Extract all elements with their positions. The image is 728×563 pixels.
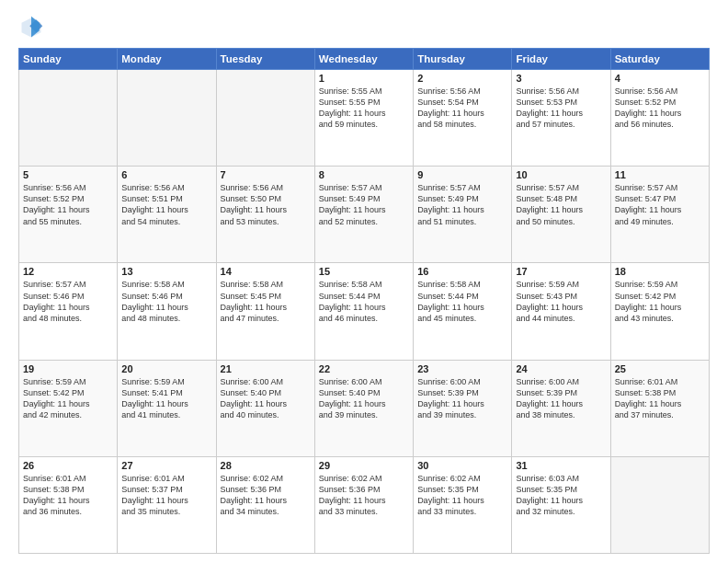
calendar-cell: 8Sunrise: 5:57 AM Sunset: 5:49 PM Daylig… bbox=[314, 167, 413, 263]
calendar-cell: 18Sunrise: 5:59 AM Sunset: 5:42 PM Dayli… bbox=[610, 263, 709, 360]
calendar-cell: 14Sunrise: 5:58 AM Sunset: 5:45 PM Dayli… bbox=[216, 263, 314, 360]
day-info: Sunrise: 5:59 AM Sunset: 5:41 PM Dayligh… bbox=[121, 376, 211, 421]
day-info: Sunrise: 6:00 AM Sunset: 5:40 PM Dayligh… bbox=[221, 376, 311, 421]
day-number: 23 bbox=[417, 363, 507, 374]
calendar-cell: 27Sunrise: 6:01 AM Sunset: 5:37 PM Dayli… bbox=[118, 456, 216, 553]
weekday-header-monday: Monday bbox=[118, 49, 216, 70]
calendar-cell: 21Sunrise: 6:00 AM Sunset: 5:40 PM Dayli… bbox=[216, 360, 314, 456]
calendar-cell: 31Sunrise: 6:03 AM Sunset: 5:35 PM Dayli… bbox=[512, 456, 610, 553]
day-info: Sunrise: 5:56 AM Sunset: 5:50 PM Dayligh… bbox=[221, 182, 311, 227]
calendar-cell: 12Sunrise: 5:57 AM Sunset: 5:46 PM Dayli… bbox=[19, 263, 118, 360]
day-info: Sunrise: 6:00 AM Sunset: 5:40 PM Dayligh… bbox=[319, 376, 409, 421]
calendar-cell: 20Sunrise: 5:59 AM Sunset: 5:41 PM Dayli… bbox=[118, 360, 216, 456]
day-number: 15 bbox=[319, 266, 409, 277]
week-row-4: 19Sunrise: 5:59 AM Sunset: 5:42 PM Dayli… bbox=[19, 360, 710, 456]
day-info: Sunrise: 5:59 AM Sunset: 5:43 PM Dayligh… bbox=[516, 279, 606, 324]
calendar-cell: 7Sunrise: 5:56 AM Sunset: 5:50 PM Daylig… bbox=[216, 167, 314, 263]
calendar-cell: 2Sunrise: 5:56 AM Sunset: 5:54 PM Daylig… bbox=[414, 70, 512, 167]
day-number: 1 bbox=[319, 73, 409, 84]
day-number: 9 bbox=[417, 169, 507, 180]
day-info: Sunrise: 6:02 AM Sunset: 5:36 PM Dayligh… bbox=[319, 473, 409, 518]
calendar-cell: 9Sunrise: 5:57 AM Sunset: 5:49 PM Daylig… bbox=[414, 167, 512, 263]
calendar-cell: 13Sunrise: 5:58 AM Sunset: 5:46 PM Dayli… bbox=[118, 263, 216, 360]
day-number: 24 bbox=[516, 363, 606, 374]
day-number: 6 bbox=[121, 169, 211, 180]
calendar-cell bbox=[216, 70, 314, 167]
day-info: Sunrise: 6:02 AM Sunset: 5:36 PM Dayligh… bbox=[221, 473, 311, 518]
calendar-cell: 25Sunrise: 6:01 AM Sunset: 5:38 PM Dayli… bbox=[610, 360, 709, 456]
week-row-5: 26Sunrise: 6:01 AM Sunset: 5:38 PM Dayli… bbox=[19, 456, 710, 553]
day-info: Sunrise: 5:56 AM Sunset: 5:54 PM Dayligh… bbox=[417, 86, 507, 131]
day-number: 27 bbox=[121, 460, 211, 471]
calendar-cell: 16Sunrise: 5:58 AM Sunset: 5:44 PM Dayli… bbox=[414, 263, 512, 360]
calendar-cell: 11Sunrise: 5:57 AM Sunset: 5:47 PM Dayli… bbox=[610, 167, 709, 263]
day-number: 19 bbox=[23, 363, 113, 374]
day-number: 22 bbox=[319, 363, 409, 374]
day-number: 3 bbox=[516, 73, 606, 84]
weekday-header-row: SundayMondayTuesdayWednesdayThursdayFrid… bbox=[19, 49, 710, 70]
weekday-header-saturday: Saturday bbox=[610, 49, 709, 70]
day-number: 2 bbox=[417, 73, 507, 84]
day-number: 29 bbox=[319, 460, 409, 471]
calendar-cell: 30Sunrise: 6:02 AM Sunset: 5:35 PM Dayli… bbox=[414, 456, 512, 553]
header bbox=[18, 15, 710, 40]
day-info: Sunrise: 5:55 AM Sunset: 5:55 PM Dayligh… bbox=[319, 86, 409, 131]
calendar-cell: 3Sunrise: 5:56 AM Sunset: 5:53 PM Daylig… bbox=[512, 70, 610, 167]
calendar-cell bbox=[19, 70, 118, 167]
day-info: Sunrise: 5:56 AM Sunset: 5:52 PM Dayligh… bbox=[23, 182, 113, 227]
day-number: 10 bbox=[516, 169, 606, 180]
calendar-cell: 29Sunrise: 6:02 AM Sunset: 5:36 PM Dayli… bbox=[314, 456, 413, 553]
calendar-cell: 4Sunrise: 5:56 AM Sunset: 5:52 PM Daylig… bbox=[610, 70, 709, 167]
weekday-header-thursday: Thursday bbox=[414, 49, 512, 70]
day-number: 14 bbox=[221, 266, 311, 277]
day-number: 5 bbox=[23, 169, 113, 180]
day-number: 11 bbox=[615, 169, 705, 180]
day-number: 17 bbox=[516, 266, 606, 277]
week-row-2: 5Sunrise: 5:56 AM Sunset: 5:52 PM Daylig… bbox=[19, 167, 710, 263]
day-info: Sunrise: 5:57 AM Sunset: 5:47 PM Dayligh… bbox=[615, 182, 705, 227]
logo bbox=[18, 15, 48, 40]
calendar-cell: 15Sunrise: 5:58 AM Sunset: 5:44 PM Dayli… bbox=[314, 263, 413, 360]
weekday-header-wednesday: Wednesday bbox=[314, 49, 413, 70]
day-info: Sunrise: 6:00 AM Sunset: 5:39 PM Dayligh… bbox=[417, 376, 507, 421]
day-info: Sunrise: 5:59 AM Sunset: 5:42 PM Dayligh… bbox=[23, 376, 113, 421]
day-number: 25 bbox=[615, 363, 705, 374]
day-number: 7 bbox=[221, 169, 311, 180]
calendar-cell: 17Sunrise: 5:59 AM Sunset: 5:43 PM Dayli… bbox=[512, 263, 610, 360]
weekday-header-tuesday: Tuesday bbox=[216, 49, 314, 70]
day-number: 8 bbox=[319, 169, 409, 180]
calendar-cell: 26Sunrise: 6:01 AM Sunset: 5:38 PM Dayli… bbox=[19, 456, 118, 553]
calendar-table: SundayMondayTuesdayWednesdayThursdayFrid… bbox=[18, 48, 710, 554]
day-info: Sunrise: 5:56 AM Sunset: 5:52 PM Dayligh… bbox=[615, 86, 705, 131]
weekday-header-sunday: Sunday bbox=[19, 49, 118, 70]
day-number: 4 bbox=[615, 73, 705, 84]
day-info: Sunrise: 6:01 AM Sunset: 5:37 PM Dayligh… bbox=[121, 473, 211, 518]
day-info: Sunrise: 5:56 AM Sunset: 5:53 PM Dayligh… bbox=[516, 86, 606, 131]
week-row-3: 12Sunrise: 5:57 AM Sunset: 5:46 PM Dayli… bbox=[19, 263, 710, 360]
day-info: Sunrise: 5:57 AM Sunset: 5:48 PM Dayligh… bbox=[516, 182, 606, 227]
calendar-cell: 5Sunrise: 5:56 AM Sunset: 5:52 PM Daylig… bbox=[19, 167, 118, 263]
calendar-cell: 19Sunrise: 5:59 AM Sunset: 5:42 PM Dayli… bbox=[19, 360, 118, 456]
day-info: Sunrise: 6:03 AM Sunset: 5:35 PM Dayligh… bbox=[516, 473, 606, 518]
logo-icon bbox=[18, 15, 44, 40]
weekday-header-friday: Friday bbox=[512, 49, 610, 70]
day-number: 18 bbox=[615, 266, 705, 277]
day-number: 31 bbox=[516, 460, 606, 471]
calendar-cell: 10Sunrise: 5:57 AM Sunset: 5:48 PM Dayli… bbox=[512, 167, 610, 263]
day-info: Sunrise: 5:58 AM Sunset: 5:44 PM Dayligh… bbox=[319, 279, 409, 324]
calendar-cell: 28Sunrise: 6:02 AM Sunset: 5:36 PM Dayli… bbox=[216, 456, 314, 553]
day-info: Sunrise: 5:58 AM Sunset: 5:46 PM Dayligh… bbox=[121, 279, 211, 324]
day-number: 12 bbox=[23, 266, 113, 277]
day-number: 16 bbox=[417, 266, 507, 277]
calendar-cell: 6Sunrise: 5:56 AM Sunset: 5:51 PM Daylig… bbox=[118, 167, 216, 263]
day-number: 21 bbox=[221, 363, 311, 374]
day-info: Sunrise: 6:00 AM Sunset: 5:39 PM Dayligh… bbox=[516, 376, 606, 421]
day-info: Sunrise: 5:58 AM Sunset: 5:45 PM Dayligh… bbox=[221, 279, 311, 324]
calendar-cell bbox=[118, 70, 216, 167]
day-info: Sunrise: 5:57 AM Sunset: 5:46 PM Dayligh… bbox=[23, 279, 113, 324]
day-info: Sunrise: 6:01 AM Sunset: 5:38 PM Dayligh… bbox=[615, 376, 705, 421]
day-number: 13 bbox=[121, 266, 211, 277]
day-info: Sunrise: 5:58 AM Sunset: 5:44 PM Dayligh… bbox=[417, 279, 507, 324]
day-info: Sunrise: 5:57 AM Sunset: 5:49 PM Dayligh… bbox=[417, 182, 507, 227]
page: SundayMondayTuesdayWednesdayThursdayFrid… bbox=[0, 0, 728, 563]
